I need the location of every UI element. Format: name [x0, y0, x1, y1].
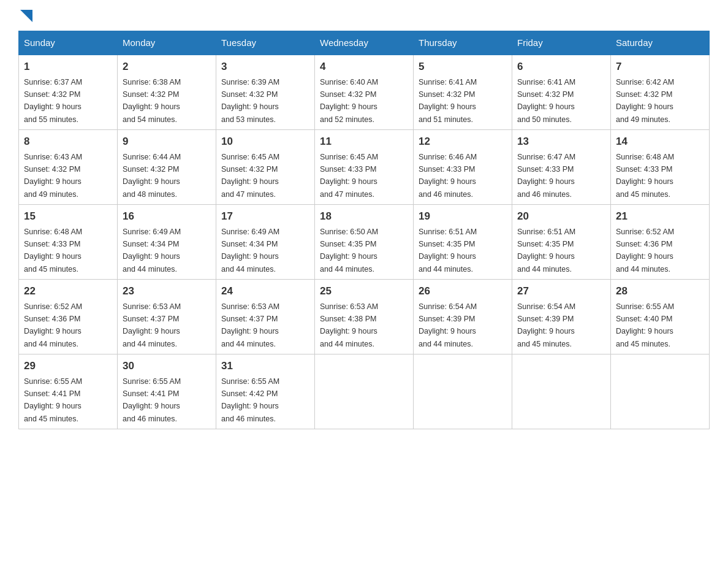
day-info: Sunrise: 6:38 AMSunset: 4:32 PMDaylight:… [123, 78, 181, 124]
calendar-cell: 15Sunrise: 6:48 AMSunset: 4:33 PMDayligh… [19, 205, 118, 280]
day-info: Sunrise: 6:45 AMSunset: 4:33 PMDaylight:… [320, 153, 378, 199]
day-number: 2 [123, 59, 211, 75]
day-number: 24 [221, 283, 309, 299]
calendar-cell: 5Sunrise: 6:41 AMSunset: 4:32 PMDaylight… [414, 55, 512, 130]
day-info: Sunrise: 6:51 AMSunset: 4:35 PMDaylight:… [419, 228, 477, 274]
calendar-cell [315, 354, 414, 429]
calendar-cell: 16Sunrise: 6:49 AMSunset: 4:34 PMDayligh… [118, 205, 216, 280]
day-number: 29 [24, 358, 112, 374]
day-number: 8 [24, 134, 112, 150]
day-number: 3 [221, 59, 309, 75]
calendar-cell: 18Sunrise: 6:50 AMSunset: 4:35 PMDayligh… [315, 205, 414, 280]
logo [18, 12, 32, 18]
calendar-cell: 24Sunrise: 6:53 AMSunset: 4:37 PMDayligh… [216, 280, 315, 354]
day-info: Sunrise: 6:54 AMSunset: 4:39 PMDaylight:… [419, 302, 477, 348]
day-info: Sunrise: 6:49 AMSunset: 4:34 PMDaylight:… [221, 228, 279, 274]
calendar-cell: 13Sunrise: 6:47 AMSunset: 4:33 PMDayligh… [512, 130, 611, 205]
day-number: 7 [616, 59, 704, 75]
day-info: Sunrise: 6:51 AMSunset: 4:35 PMDaylight:… [517, 228, 575, 274]
day-info: Sunrise: 6:52 AMSunset: 4:36 PMDaylight:… [24, 302, 82, 348]
day-info: Sunrise: 6:49 AMSunset: 4:34 PMDaylight:… [123, 228, 181, 274]
day-number: 26 [419, 283, 507, 299]
day-number: 16 [123, 209, 211, 224]
day-number: 23 [123, 283, 211, 299]
day-number: 13 [517, 134, 605, 150]
day-number: 12 [419, 134, 507, 150]
day-info: Sunrise: 6:41 AMSunset: 4:32 PMDaylight:… [419, 78, 477, 124]
day-info: Sunrise: 6:44 AMSunset: 4:32 PMDaylight:… [123, 153, 181, 199]
calendar-cell: 22Sunrise: 6:52 AMSunset: 4:36 PMDayligh… [19, 280, 118, 354]
calendar-cell: 26Sunrise: 6:54 AMSunset: 4:39 PMDayligh… [414, 280, 512, 354]
day-number: 30 [123, 358, 211, 374]
day-info: Sunrise: 6:47 AMSunset: 4:33 PMDaylight:… [517, 153, 575, 199]
day-number: 28 [616, 283, 704, 299]
day-info: Sunrise: 6:42 AMSunset: 4:32 PMDaylight:… [616, 78, 674, 124]
calendar-week-row: 1Sunrise: 6:37 AMSunset: 4:32 PMDaylight… [19, 55, 710, 130]
calendar-cell: 3Sunrise: 6:39 AMSunset: 4:32 PMDaylight… [216, 55, 315, 130]
day-number: 20 [517, 209, 605, 224]
calendar-cell: 9Sunrise: 6:44 AMSunset: 4:32 PMDaylight… [118, 130, 216, 205]
day-info: Sunrise: 6:45 AMSunset: 4:32 PMDaylight:… [221, 153, 279, 199]
column-header-monday: Monday [118, 31, 216, 55]
calendar-week-row: 22Sunrise: 6:52 AMSunset: 4:36 PMDayligh… [19, 280, 710, 354]
calendar-cell: 10Sunrise: 6:45 AMSunset: 4:32 PMDayligh… [216, 130, 315, 205]
calendar-cell: 30Sunrise: 6:55 AMSunset: 4:41 PMDayligh… [118, 354, 216, 429]
day-info: Sunrise: 6:37 AMSunset: 4:32 PMDaylight:… [24, 78, 82, 124]
calendar-cell: 28Sunrise: 6:55 AMSunset: 4:40 PMDayligh… [611, 280, 710, 354]
day-number: 11 [320, 134, 408, 150]
calendar-cell: 20Sunrise: 6:51 AMSunset: 4:35 PMDayligh… [512, 205, 611, 280]
day-number: 22 [24, 283, 112, 299]
calendar-cell: 4Sunrise: 6:40 AMSunset: 4:32 PMDaylight… [315, 55, 414, 130]
day-info: Sunrise: 6:53 AMSunset: 4:37 PMDaylight:… [221, 302, 279, 348]
calendar-week-row: 15Sunrise: 6:48 AMSunset: 4:33 PMDayligh… [19, 205, 710, 280]
calendar-cell: 6Sunrise: 6:41 AMSunset: 4:32 PMDaylight… [512, 55, 611, 130]
day-info: Sunrise: 6:55 AMSunset: 4:41 PMDaylight:… [123, 377, 181, 423]
day-number: 4 [320, 59, 408, 75]
day-info: Sunrise: 6:39 AMSunset: 4:32 PMDaylight:… [221, 78, 279, 124]
calendar-table: SundayMondayTuesdayWednesdayThursdayFrid… [18, 31, 710, 429]
day-info: Sunrise: 6:55 AMSunset: 4:40 PMDaylight:… [616, 302, 674, 348]
day-number: 10 [221, 134, 309, 150]
day-number: 25 [320, 283, 408, 299]
calendar-cell: 21Sunrise: 6:52 AMSunset: 4:36 PMDayligh… [611, 205, 710, 280]
calendar-week-row: 29Sunrise: 6:55 AMSunset: 4:41 PMDayligh… [19, 354, 710, 429]
calendar-cell: 1Sunrise: 6:37 AMSunset: 4:32 PMDaylight… [19, 55, 118, 130]
calendar-cell: 7Sunrise: 6:42 AMSunset: 4:32 PMDaylight… [611, 55, 710, 130]
day-number: 17 [221, 209, 309, 224]
column-header-wednesday: Wednesday [315, 31, 414, 55]
calendar-cell [611, 354, 710, 429]
day-number: 5 [419, 59, 507, 75]
day-number: 27 [517, 283, 605, 299]
column-header-thursday: Thursday [414, 31, 512, 55]
page-header [18, 12, 710, 18]
calendar-cell: 2Sunrise: 6:38 AMSunset: 4:32 PMDaylight… [118, 55, 216, 130]
day-info: Sunrise: 6:46 AMSunset: 4:33 PMDaylight:… [419, 153, 477, 199]
day-info: Sunrise: 6:54 AMSunset: 4:39 PMDaylight:… [517, 302, 575, 348]
calendar-cell: 12Sunrise: 6:46 AMSunset: 4:33 PMDayligh… [414, 130, 512, 205]
calendar-cell: 31Sunrise: 6:55 AMSunset: 4:42 PMDayligh… [216, 354, 315, 429]
day-info: Sunrise: 6:48 AMSunset: 4:33 PMDaylight:… [616, 153, 674, 199]
day-info: Sunrise: 6:55 AMSunset: 4:41 PMDaylight:… [24, 377, 82, 423]
day-number: 19 [419, 209, 507, 224]
day-info: Sunrise: 6:53 AMSunset: 4:37 PMDaylight:… [123, 302, 181, 348]
calendar-cell: 14Sunrise: 6:48 AMSunset: 4:33 PMDayligh… [611, 130, 710, 205]
day-info: Sunrise: 6:41 AMSunset: 4:32 PMDaylight:… [517, 78, 575, 124]
day-number: 31 [221, 358, 309, 374]
calendar-header-row: SundayMondayTuesdayWednesdayThursdayFrid… [19, 31, 710, 55]
day-number: 6 [517, 59, 605, 75]
calendar-cell: 17Sunrise: 6:49 AMSunset: 4:34 PMDayligh… [216, 205, 315, 280]
day-info: Sunrise: 6:43 AMSunset: 4:32 PMDaylight:… [24, 153, 82, 199]
calendar-cell: 11Sunrise: 6:45 AMSunset: 4:33 PMDayligh… [315, 130, 414, 205]
calendar-cell: 27Sunrise: 6:54 AMSunset: 4:39 PMDayligh… [512, 280, 611, 354]
day-number: 21 [616, 209, 704, 224]
calendar-week-row: 8Sunrise: 6:43 AMSunset: 4:32 PMDaylight… [19, 130, 710, 205]
day-info: Sunrise: 6:55 AMSunset: 4:42 PMDaylight:… [221, 377, 279, 423]
day-number: 18 [320, 209, 408, 224]
column-header-tuesday: Tuesday [216, 31, 315, 55]
day-info: Sunrise: 6:40 AMSunset: 4:32 PMDaylight:… [320, 78, 378, 124]
column-header-saturday: Saturday [611, 31, 710, 55]
day-info: Sunrise: 6:50 AMSunset: 4:35 PMDaylight:… [320, 228, 378, 274]
column-header-friday: Friday [512, 31, 611, 55]
day-number: 9 [123, 134, 211, 150]
svg-marker-0 [20, 10, 32, 22]
